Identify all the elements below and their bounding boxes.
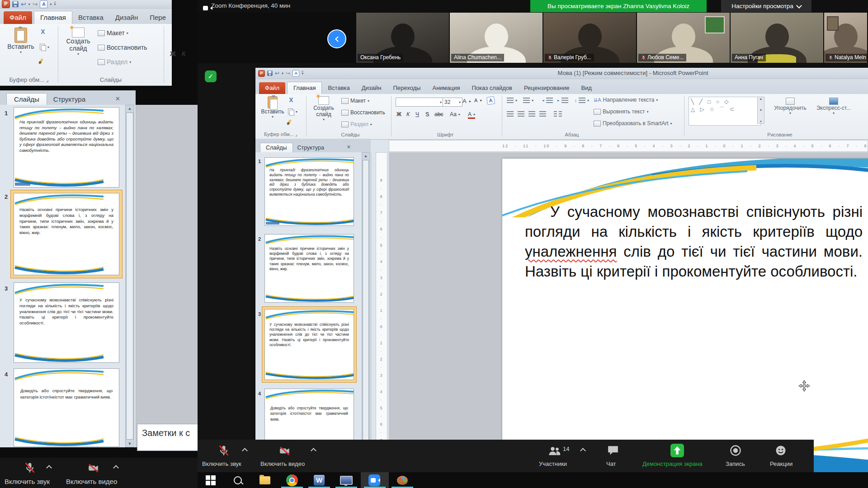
shrink-font-button[interactable]: А▼ (474, 98, 482, 103)
video-tile[interactable]: Natalya Meln (824, 13, 867, 63)
panel-tab-outline[interactable]: Структура (47, 94, 92, 105)
camera-options-icon[interactable] (113, 465, 119, 471)
slide-thumbnail-3[interactable]: У сучасному мовознавстві співіснують різ… (14, 282, 119, 363)
slide-thumbnail-1[interactable]: На прикладі фразеологічних одиниць видат… (264, 157, 354, 226)
font-color-button[interactable]: А▾ (468, 111, 475, 119)
participants-options-icon[interactable] (580, 448, 586, 454)
strikethrough-button[interactable]: abc (434, 111, 443, 117)
slide-thumbnail-2-selected[interactable]: Назвіть основні причини історичних змін … (14, 193, 119, 275)
taskbar-remote-desktop[interactable] (340, 474, 353, 487)
slide-thumbnail-2[interactable]: Назвіть основні причини історичних змін … (264, 234, 354, 303)
reset-button[interactable]: Восстановить (341, 109, 385, 116)
taskbar-paint[interactable] (396, 474, 409, 487)
reactions-button[interactable]: Реакции (770, 460, 793, 467)
cut-button[interactable] (288, 98, 294, 104)
reactions-icon[interactable] (774, 444, 787, 457)
new-slide-button[interactable]: Создать слайд▾ (310, 96, 338, 122)
smartart-button[interactable]: Преобразовать в SmartArt▾ (594, 120, 672, 127)
font-name-combo[interactable]: ▾ (396, 98, 443, 107)
section-button[interactable]: Раздел▾ (98, 58, 131, 66)
font-style-icon[interactable]: A (292, 70, 299, 77)
shared-panel-scrollbar[interactable]: ▲ ▼ (362, 152, 370, 472)
tab-file[interactable]: Файл (259, 82, 285, 94)
view-settings-button[interactable]: Настройки просмотра (721, 0, 811, 12)
decrease-indent-button[interactable]: ◂ (542, 98, 553, 103)
format-painter-button[interactable] (40, 58, 42, 64)
record-button[interactable]: Запись (726, 460, 745, 467)
section-button[interactable]: Раздел▾ (341, 121, 372, 127)
scroll-left-button[interactable] (327, 29, 346, 48)
redo-icon[interactable]: ↪ (33, 1, 38, 7)
chat-button[interactable]: Чат (606, 460, 616, 467)
redo-icon[interactable]: ↪ (286, 70, 290, 76)
font-size-combo[interactable]: 32▾ (443, 98, 462, 107)
close-panel-icon[interactable]: ✕ (347, 144, 351, 150)
italic-button[interactable]: К (406, 111, 410, 117)
tab-design[interactable]: Дизайн (109, 11, 144, 24)
font-style-icon[interactable]: A (40, 0, 47, 8)
arrange-button[interactable]: Упорядочить▾ (771, 98, 810, 115)
slide[interactable]: У сучасному мовознавстві співіснують різ… (502, 159, 868, 472)
layout-button[interactable]: Макет▾ (341, 98, 369, 104)
clear-formatting-button[interactable]: A (487, 97, 495, 104)
tab-insert[interactable]: Вставка (322, 82, 355, 94)
reset-button[interactable]: Восстановить (98, 44, 147, 51)
bold-button[interactable]: Ж (396, 111, 401, 117)
video-tile[interactable]: Анна Пугач (731, 13, 823, 63)
copy-button[interactable]: ▾ (40, 44, 49, 50)
format-painter-button[interactable] (288, 119, 290, 125)
participants-icon[interactable] (548, 445, 561, 457)
underline-button[interactable]: Ч (415, 111, 419, 117)
camera-options-icon[interactable] (311, 448, 316, 454)
panel-tab-slides[interactable]: Слайды (260, 143, 293, 152)
video-tile[interactable]: Alina Chumachen... (450, 13, 542, 63)
video-tile[interactable]: Валерія Груб... (543, 13, 636, 63)
tab-file[interactable]: Файл (4, 11, 32, 24)
numbering-button[interactable]: ▾ (523, 98, 533, 103)
slide-editing-area[interactable]: У сучасному мовознавстві співіснують різ… (389, 152, 868, 472)
mic-options-icon[interactable] (242, 448, 248, 454)
customize-qat-icon[interactable]: ▾ (302, 71, 303, 75)
tab-home[interactable]: Главная (287, 82, 322, 94)
grow-font-button[interactable]: А▲ (462, 98, 472, 104)
bullets-button[interactable]: ▾ (507, 98, 517, 103)
shapes-scroll[interactable]: ▲▼▾ (757, 97, 764, 124)
undo-icon[interactable]: ↩ (21, 1, 26, 7)
share-screen-icon[interactable] (670, 444, 684, 457)
tab-transitions[interactable]: Пере (144, 11, 172, 24)
align-center-button[interactable] (518, 111, 524, 117)
slide-thumbnail-4[interactable]: Доведіть або спростуйте твердження, що к… (14, 368, 119, 447)
tab-slideshow[interactable]: Показ слайдов (466, 82, 519, 94)
align-right-button[interactable] (528, 111, 535, 117)
slide-text[interactable]: У сучасному мовознавстві співіснують різ… (525, 202, 863, 282)
mic-options-icon[interactable] (46, 465, 52, 471)
dialog-launcher-icon[interactable]: ⌟ (295, 131, 297, 137)
paste-button[interactable]: Вставить▾ (6, 28, 35, 54)
taskbar-zoom[interactable] (368, 474, 381, 487)
close-panel-icon[interactable]: ✕ (115, 95, 120, 102)
increase-indent-button[interactable]: ▸ (557, 98, 568, 103)
columns-button[interactable] (554, 111, 562, 117)
quick-styles-button[interactable]: Экспресс-ст...▾ (813, 98, 854, 115)
participants-button[interactable]: Участники (539, 460, 567, 467)
text-direction-button[interactable]: ⇊AНаправление текста▾ (594, 97, 658, 103)
line-spacing-button[interactable]: ↕▾ (575, 98, 589, 103)
undo-dropdown-icon[interactable]: ▾ (28, 2, 30, 6)
local-notes-pane[interactable]: Заметки к с (137, 424, 203, 451)
start-video-button[interactable]: Включить видео (66, 478, 117, 485)
tab-animations[interactable]: Анимация (426, 82, 466, 94)
tab-insert[interactable]: Вставка (72, 11, 109, 24)
local-panel-scrollbar[interactable]: ▲ ▼ (125, 105, 134, 447)
taskbar-search-button[interactable] (231, 474, 244, 487)
video-tile[interactable]: Любов Семе... (637, 13, 730, 63)
slide-thumbnail-3-selected[interactable]: У сучасному мовознавстві співіснують різ… (264, 309, 354, 380)
video-tile[interactable]: Оксана Гребень (356, 13, 449, 63)
tab-view[interactable]: Вид (575, 82, 598, 94)
change-case-button[interactable]: Аа▾ (450, 111, 460, 117)
unmute-button[interactable]: Включить звук (202, 460, 241, 467)
taskbar-chrome[interactable] (286, 474, 298, 487)
align-left-button[interactable] (507, 111, 514, 117)
camera-off-icon[interactable] (87, 462, 100, 474)
shapes-gallery[interactable]: ╲ ╱ □ ○ ◇△ ▷ ☆ ⌒ ⊂ (689, 97, 761, 126)
scroll-up-icon[interactable]: ▲ (128, 105, 132, 112)
